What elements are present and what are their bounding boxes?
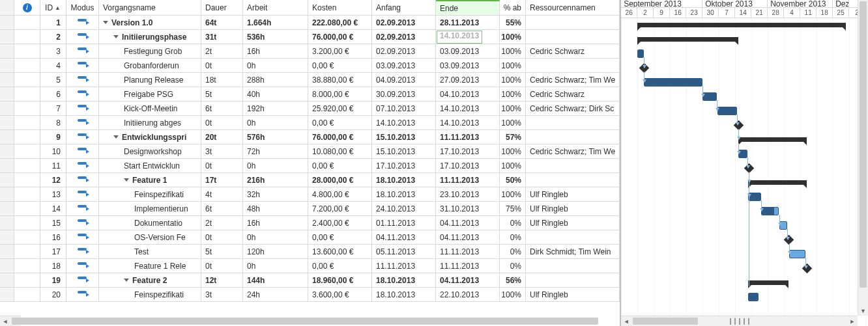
end-date-input[interactable]: 14.10.2013 (437, 31, 482, 44)
resources-cell[interactable]: Cedric Schwarz; Tim We (526, 73, 620, 87)
row-selector[interactable] (0, 288, 14, 301)
name-cell[interactable]: Test (99, 245, 201, 258)
milestone-marker[interactable] (744, 163, 755, 174)
scroll-left-icon[interactable]: ◄ (621, 318, 631, 325)
name-cell[interactable]: Dokumentatio (99, 216, 201, 230)
work-cell[interactable]: 144h (243, 273, 308, 287)
start-cell[interactable]: 11.11.2013 (372, 259, 436, 273)
month-header[interactable]: September 2013 (621, 0, 702, 7)
month-header[interactable]: November 2013 (768, 0, 833, 7)
work-cell[interactable]: 0h (243, 116, 308, 129)
start-cell[interactable]: 03.09.2013 (372, 59, 436, 72)
end-cell[interactable]: 17.10.2013 (436, 144, 500, 158)
week-header[interactable]: 14 (735, 8, 751, 18)
end-cell[interactable]: 11.11.2013 (436, 173, 500, 187)
col-percent[interactable]: % ab (500, 0, 526, 15)
cost-cell[interactable]: 2.400,00 € (308, 216, 372, 230)
resources-cell[interactable] (526, 30, 620, 44)
resources-cell[interactable] (526, 59, 620, 72)
work-cell[interactable]: 0h (243, 230, 308, 244)
table-row[interactable]: 7Kick-Off-Meetin6t192h25.920,00 €07.10.2… (0, 102, 620, 116)
col-end[interactable]: Ende (436, 0, 500, 15)
name-cell[interactable]: Festlegung Grob (99, 44, 201, 58)
summary-bar[interactable] (637, 37, 738, 42)
start-cell[interactable]: 04.11.2013 (372, 230, 436, 244)
duration-cell[interactable]: 0t (201, 159, 243, 172)
splitter-grip-icon[interactable] (730, 318, 749, 325)
table-row[interactable]: 1Version 1.064t1.664h222.080,00 €02.09.2… (0, 16, 620, 30)
table-row[interactable]: 13Feinspezifikati4t32h4.800,00 €18.10.20… (0, 187, 620, 202)
start-cell[interactable]: 02.09.2013 (372, 16, 436, 29)
resources-cell[interactable]: Ulf Ringleb (526, 202, 620, 215)
start-cell[interactable]: 07.10.2013 (372, 102, 436, 115)
week-header[interactable]: 2 (637, 8, 654, 18)
row-selector[interactable] (0, 16, 14, 29)
percent-cell[interactable]: 100% (500, 44, 526, 58)
task-bar[interactable] (738, 150, 747, 158)
scroll-down-icon[interactable]: ▼ (858, 306, 868, 316)
row-selector[interactable] (0, 130, 14, 144)
percent-cell[interactable]: 0% (500, 245, 526, 258)
table-row[interactable]: 19Feature 212t144h18.960,00 €18.10.20130… (0, 273, 620, 288)
cost-cell[interactable]: 25.920,00 € (308, 102, 372, 115)
week-header[interactable]: 23 (686, 8, 702, 18)
percent-cell[interactable]: 55% (500, 16, 526, 29)
table-row[interactable]: 8Initiierung abges0t0h0,00 €14.10.201314… (0, 116, 620, 130)
work-cell[interactable]: 16h (243, 216, 308, 230)
cost-cell[interactable]: 0,00 € (308, 116, 372, 129)
duration-cell[interactable]: 2t (201, 216, 243, 230)
resources-cell[interactable]: Ulf Ringleb (526, 288, 620, 301)
percent-cell[interactable]: 75% (500, 202, 526, 215)
row-selector[interactable] (0, 259, 14, 273)
cost-cell[interactable]: 18.960,00 € (308, 273, 372, 287)
percent-cell[interactable]: 0% (500, 259, 526, 273)
cost-cell[interactable]: 76.000,00 € (308, 130, 372, 144)
name-cell[interactable]: Planung Release (99, 73, 201, 87)
start-cell[interactable]: 14.10.2013 (372, 116, 436, 129)
start-cell[interactable]: 30.09.2013 (372, 87, 436, 101)
row-selector[interactable] (0, 245, 14, 258)
week-header[interactable]: 7 (719, 8, 735, 18)
row-selector[interactable] (0, 187, 14, 201)
end-cell[interactable]: 04.11.2013 (436, 216, 500, 230)
start-cell[interactable]: 18.10.2013 (372, 187, 436, 201)
row-selector[interactable] (0, 173, 14, 187)
duration-cell[interactable]: 0t (201, 259, 243, 273)
end-cell[interactable]: 14.10.2013 (436, 30, 500, 44)
work-cell[interactable]: 72h (243, 144, 308, 158)
duration-cell[interactable]: 2t (201, 44, 243, 58)
resources-cell[interactable] (526, 259, 620, 273)
end-cell[interactable]: 03.09.2013 (436, 44, 500, 58)
work-cell[interactable]: 32h (243, 187, 308, 201)
table-row[interactable]: 16OS-Version Fe0t0h0,00 €04.11.201304.11… (0, 230, 620, 245)
resources-cell[interactable] (526, 130, 620, 144)
end-cell[interactable]: 28.11.2013 (436, 16, 500, 29)
summary-bar[interactable] (748, 280, 788, 285)
horizontal-scrollbar-left[interactable]: ◄ ► (0, 316, 21, 326)
table-row[interactable]: 20Feinspezifikati3t24h3.600,00 €18.10.20… (0, 288, 620, 302)
resources-cell[interactable] (526, 116, 620, 129)
summary-bar[interactable] (637, 23, 846, 27)
row-selector[interactable] (0, 73, 14, 87)
percent-cell[interactable]: 50% (500, 173, 526, 187)
duration-cell[interactable]: 3t (201, 144, 243, 158)
summary-bar[interactable] (748, 180, 807, 185)
table-row[interactable]: 12Feature 117t216h28.000,00 €18.10.20131… (0, 173, 620, 187)
row-selector[interactable] (0, 144, 14, 158)
name-cell[interactable]: Initiierungsphase (99, 30, 201, 44)
col-duration[interactable]: Dauer (201, 0, 243, 15)
duration-cell[interactable]: 0t (201, 116, 243, 129)
end-cell[interactable]: 27.09.2013 (436, 73, 500, 87)
table-row[interactable]: 11Start Entwicklun0t0h0,00 €17.10.201317… (0, 159, 620, 173)
resources-cell[interactable] (526, 273, 620, 287)
task-bar[interactable] (748, 193, 761, 201)
scroll-left-icon[interactable]: ◄ (0, 318, 10, 325)
start-cell[interactable]: 02.09.2013 (372, 44, 436, 58)
col-info[interactable]: i (14, 0, 40, 15)
duration-cell[interactable]: 18t (201, 73, 243, 87)
start-cell[interactable]: 15.10.2013 (372, 130, 436, 144)
cost-cell[interactable]: 0,00 € (308, 230, 372, 244)
table-row[interactable]: 2Initiierungsphase31t536h76.000,00 €02.0… (0, 30, 620, 44)
collapse-icon[interactable] (113, 135, 119, 139)
row-selector[interactable] (0, 230, 14, 244)
